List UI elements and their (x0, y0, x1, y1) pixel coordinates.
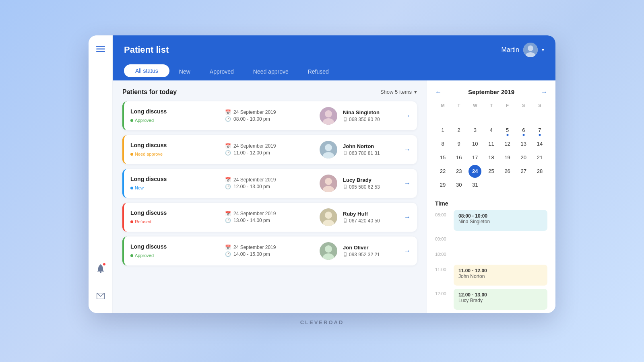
cal-day[interactable]: 25 (485, 165, 497, 178)
patient-avatar-section: Lucy Brady 095 580 62 53 (320, 175, 400, 192)
navigate-arrow[interactable]: → (404, 146, 411, 153)
header: Patient list Martin ▾ (113, 35, 555, 80)
show-items-button[interactable]: Show 5 items ▾ (380, 89, 417, 95)
cal-day[interactable]: 13 (517, 138, 530, 150)
cal-day-today[interactable]: 24 (469, 165, 481, 178)
cal-day[interactable]: 31 (469, 179, 481, 191)
cal-day[interactable]: 1 (436, 124, 449, 137)
svg-point-3 (100, 272, 101, 273)
time-row: 🕐 11.00 - 12.00 pm (225, 150, 320, 156)
time-text: 08.00 - 10.00 pm (233, 116, 270, 122)
cal-day[interactable]: 14 (533, 138, 546, 150)
cal-day[interactable]: 3 (469, 124, 481, 137)
tab-approved[interactable]: Approved (200, 64, 244, 80)
svg-point-6 (528, 45, 533, 51)
schedule-block[interactable]: 12.00 - 13.00 Lucy Brady (454, 289, 547, 310)
cal-day[interactable]: 8 (436, 138, 449, 150)
cal-day-header: S (532, 101, 547, 109)
tab-new[interactable]: New (169, 64, 200, 80)
cal-day[interactable]: 2 (452, 124, 465, 137)
cal-day-empty (533, 110, 546, 123)
cal-day[interactable]: 18 (485, 151, 497, 164)
svg-point-19 (345, 154, 346, 155)
cal-day[interactable]: 16 (452, 151, 465, 164)
schedule-block[interactable]: 11.00 - 12.00 John Norton (454, 265, 547, 286)
sched-name: John Norton (458, 274, 543, 279)
time-section-title: Time (435, 200, 547, 207)
patient-card: Long discuss Approved 📅 24 September 201… (122, 237, 417, 265)
cal-day[interactable]: 11 (485, 138, 497, 150)
status-badge: New (130, 185, 144, 190)
cal-day[interactable]: 10 (469, 138, 481, 150)
navigate-arrow[interactable]: → (404, 247, 411, 255)
card-title: Long discuss (130, 108, 225, 115)
patient-phone: 068 350 90 20 (343, 117, 380, 122)
cal-day[interactable]: 21 (533, 151, 546, 164)
time-slot-label: 09:00 (435, 234, 450, 246)
tab-need_approve[interactable]: Need approve (244, 64, 298, 80)
card-info: Long discuss Approved (130, 243, 225, 259)
cal-day[interactable]: 6 (517, 124, 530, 137)
sched-name: Nina Singleton (458, 219, 543, 224)
cal-day[interactable]: 20 (517, 151, 530, 164)
cal-day[interactable]: 12 (501, 138, 514, 150)
cal-day[interactable]: 4 (485, 124, 497, 137)
time-schedule: 08:00 08:00 - 10:00 Nina Singleton 09:00… (435, 210, 547, 313)
card-title: Long discuss (130, 243, 225, 250)
navigate-arrow[interactable]: → (404, 214, 411, 221)
calendar-icon: 📅 (225, 245, 231, 250)
mail-icon[interactable] (93, 289, 108, 303)
patient-phone: 095 580 62 53 (343, 184, 380, 190)
calendar-panel: ← September 2019 → MTWTFSS12345678910111… (427, 80, 555, 313)
clock-icon: 🕐 (225, 150, 231, 156)
tab-all[interactable]: All status (124, 64, 169, 77)
date-text: 24 September 2019 (233, 245, 276, 250)
cal-day-empty (485, 179, 497, 191)
calendar-next-button[interactable]: → (541, 88, 547, 96)
patient-phone: 067 420 40 50 (343, 218, 380, 224)
patient-avatar-image (320, 107, 337, 125)
status-text: Approved (135, 118, 154, 123)
cal-day[interactable]: 29 (436, 179, 449, 191)
navigate-arrow[interactable]: → (404, 112, 411, 119)
navigate-arrow[interactable]: → (404, 180, 411, 187)
user-name: Martin (502, 46, 519, 53)
sched-time: 12.00 - 13.00 (458, 292, 543, 298)
notification-icon[interactable] (93, 261, 108, 276)
calendar-icon: 📅 (225, 211, 231, 216)
cal-day[interactable]: 27 (517, 165, 530, 178)
date-text: 24 September 2019 (233, 211, 276, 216)
time-slot-label: 12:00 (435, 289, 450, 310)
cal-day[interactable]: 17 (469, 151, 481, 164)
clock-icon: 🕐 (225, 218, 231, 223)
user-menu[interactable]: Martin ▾ (502, 43, 544, 57)
cal-day[interactable]: 26 (501, 165, 514, 178)
app-container: Patient list Martin ▾ (89, 35, 555, 313)
cal-day-empty (517, 110, 530, 123)
cal-day[interactable]: 23 (452, 165, 465, 178)
time-row: 🕐 12.00 - 13.00 pm (225, 184, 320, 189)
cal-day-empty (533, 179, 546, 191)
cal-day[interactable]: 9 (452, 138, 465, 150)
cal-day[interactable]: 7 (533, 124, 546, 137)
time-slot-label: 11:00 (435, 265, 450, 286)
cal-day[interactable]: 22 (436, 165, 449, 178)
main-content: Patient list Martin ▾ (113, 35, 555, 313)
time-text: 11.00 - 12.00 pm (233, 150, 270, 156)
svg-rect-12 (345, 118, 346, 120)
cal-day[interactable]: 15 (436, 151, 449, 164)
calendar-prev-button[interactable]: ← (435, 88, 442, 96)
schedule-block[interactable]: 08:00 - 10:00 Nina Singleton (454, 210, 547, 231)
cal-day[interactable]: 5 (501, 124, 514, 137)
date-row: 📅 24 September 2019 (225, 177, 320, 183)
cal-day[interactable]: 19 (501, 151, 514, 164)
card-title: Long discuss (130, 142, 225, 148)
cal-day[interactable]: 28 (533, 165, 546, 178)
menu-icon[interactable] (96, 45, 105, 54)
status-tabs: All statusNewApprovedNeed approveRefused (124, 64, 544, 80)
patient-details: John Norton 063 780 81 31 (343, 143, 380, 156)
card-info: Long discuss New (130, 176, 225, 191)
cal-day[interactable]: 30 (452, 179, 465, 191)
tab-refused[interactable]: Refused (298, 64, 339, 80)
svg-point-15 (325, 144, 332, 151)
